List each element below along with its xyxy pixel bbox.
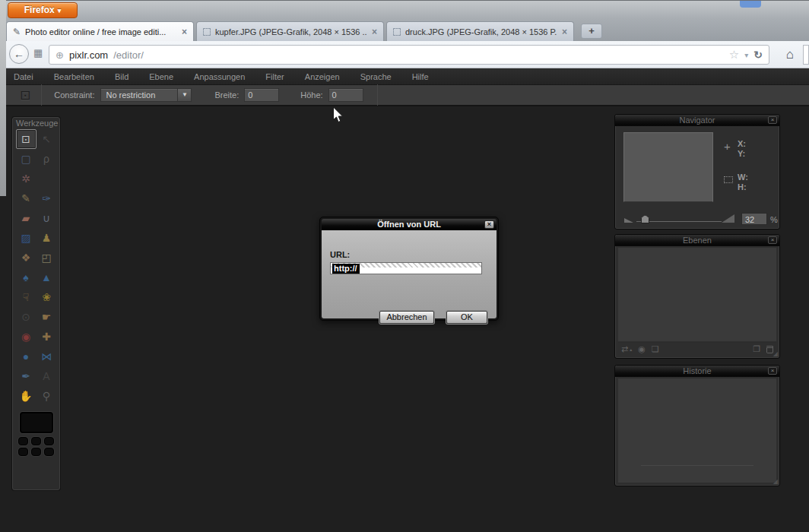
tab-close-icon[interactable]: × (372, 27, 377, 37)
menu-item-sprache[interactable]: Sprache (360, 72, 392, 81)
menu-item-filter[interactable]: Filter (265, 72, 284, 81)
constraint-select[interactable]: No restriction ▼ (100, 88, 192, 102)
history-panel-title[interactable]: Historie × (615, 366, 779, 377)
library-icon[interactable]: ▦ (33, 47, 43, 59)
color-swatch[interactable] (31, 448, 41, 456)
close-icon[interactable]: × (768, 116, 777, 124)
zoom-percent-input[interactable]: 32 (741, 213, 767, 225)
zoom-tool[interactable]: ⚲ (36, 386, 57, 406)
close-icon[interactable]: × (484, 220, 494, 229)
color-replace-tool[interactable]: ❖ (16, 248, 36, 268)
hand-tool[interactable]: ✋ (16, 386, 36, 406)
zoom-in-wedge[interactable] (722, 214, 734, 223)
close-icon[interactable]: × (768, 236, 777, 244)
delete-layer-icon[interactable] (766, 346, 773, 353)
resize-grip-icon[interactable]: ◢ (773, 478, 778, 485)
pencil-tool[interactable]: ✎ (16, 188, 36, 208)
color-swatch-main[interactable] (20, 412, 53, 433)
url-bar[interactable]: ⊕ pixlr.com /editor/ ☆ ▾ ↻ (49, 45, 769, 65)
crop-tool[interactable]: ⊡ (16, 129, 36, 149)
desktop-edge (0, 0, 6, 196)
close-icon[interactable]: × (768, 367, 777, 375)
width-label: Breite: (214, 90, 239, 100)
marquee-tool[interactable]: ▢ (16, 149, 36, 169)
color-swatch[interactable] (18, 437, 28, 445)
red-eye-tool[interactable]: ◉ (16, 327, 36, 347)
clone-stamp-tool[interactable]: ♟ (36, 228, 57, 248)
url-field[interactable]: http:// (330, 262, 482, 274)
color-swatch[interactable] (44, 437, 54, 445)
back-button[interactable]: ← (9, 44, 29, 64)
dialog-title: Öffnen von URL (377, 220, 441, 229)
smudge-tool[interactable]: ☟ (16, 287, 36, 307)
chevron-down-icon[interactable]: ▼ (177, 89, 191, 101)
navigator-panel-title[interactable]: Navigator × (615, 115, 779, 126)
w-label: W: (738, 173, 748, 182)
menu-item-anpassungen[interactable]: Anpassungen (194, 72, 245, 81)
draw-tool[interactable]: ◰ (36, 248, 57, 268)
layer-settings-icon[interactable]: ⇄ (621, 344, 628, 354)
move-tool[interactable]: ↖ (36, 129, 57, 149)
browser-tab-3[interactable]: druck.JPG (JPEG-Grafik, 2048 × 1536 P...… (386, 21, 574, 41)
dodge-tool[interactable]: ⊙ (16, 307, 36, 327)
y-label: Y: (738, 149, 745, 158)
tab-close-icon[interactable]: × (562, 27, 567, 37)
firefox-menu-button[interactable]: Firefox▾ (8, 2, 78, 18)
gradient-tool[interactable]: ▨ (16, 228, 36, 248)
wand-tool[interactable]: ✲ (16, 169, 36, 188)
dialog-titlebar[interactable]: Öffnen von URL × (322, 219, 497, 230)
constraint-value: No restriction (106, 90, 155, 100)
layer-styles-icon[interactable]: ❏ (652, 344, 659, 354)
color-swatch[interactable] (18, 448, 28, 456)
sponge-tool[interactable]: ❀ (36, 287, 57, 307)
tab-strip: ✎Photo editor online / free image editi.… (6, 21, 576, 41)
lasso-tool[interactable]: ρ (36, 149, 57, 169)
brush-tool[interactable]: ✑ (36, 188, 57, 208)
browser-tab-2[interactable]: kupfer.JPG (JPEG-Grafik, 2048 × 1536 ...… (196, 21, 384, 41)
chevron-down-icon: ▾ (58, 7, 62, 14)
type-tool[interactable]: A (36, 366, 57, 386)
pinch-tool[interactable]: ⋈ (36, 347, 57, 366)
heal-tool[interactable]: ✚ (36, 327, 57, 347)
bookmark-star-icon[interactable]: ☆ (729, 48, 739, 62)
color-swatch[interactable] (44, 448, 54, 456)
menu-item-anzeigen[interactable]: Anzeigen (305, 72, 340, 81)
browser-tab-1[interactable]: ✎Photo editor online / free image editi.… (6, 21, 194, 41)
menu-item-ebene[interactable]: Ebene (149, 72, 173, 81)
bloat-tool-icon: ● (23, 350, 29, 363)
layer-settings-arrow-icon[interactable]: ▴ (630, 347, 632, 352)
ok-button[interactable]: OK (446, 311, 487, 324)
width-input[interactable]: 0 (244, 88, 279, 102)
burn-tool[interactable]: ☛ (36, 307, 57, 327)
height-input[interactable]: 0 (328, 88, 363, 102)
menu-item-hilfe[interactable]: Hilfe (412, 72, 429, 81)
resize-grip-icon[interactable]: ◢ (773, 350, 778, 357)
cancel-button[interactable]: Abbrechen (379, 311, 434, 324)
sharpen-tool[interactable]: ▲ (36, 268, 57, 287)
bucket-tool[interactable]: ∪ (36, 208, 57, 228)
colorpicker-tool[interactable]: ✒ (16, 366, 36, 386)
home-button[interactable]: ⌂ (780, 45, 800, 65)
new-tab-button[interactable]: + (581, 24, 602, 39)
blur-tool[interactable]: ♠ (16, 268, 36, 287)
zoom-slider-thumb[interactable] (641, 215, 649, 223)
history-panel: Historie × ◢ (614, 365, 780, 486)
eraser-tool[interactable]: ▰ (16, 208, 36, 228)
new-layer-icon[interactable]: ❐ (753, 344, 760, 354)
image-favicon (393, 28, 401, 36)
zoom-out-wedge[interactable] (624, 218, 633, 223)
bloat-tool[interactable]: ● (16, 347, 36, 366)
layers-panel-title[interactable]: Ebenen × (615, 235, 779, 246)
menu-item-datei[interactable]: Datei (14, 72, 33, 81)
reload-icon[interactable]: ↻ (753, 49, 763, 61)
colorpicker-tool-icon: ✒ (21, 370, 30, 382)
menu-item-bearbeiten[interactable]: Bearbeiten (54, 72, 94, 81)
url-dropdown-icon[interactable]: ▾ (744, 51, 748, 59)
color-swatch[interactable] (31, 437, 41, 445)
tab-close-icon[interactable]: × (182, 27, 187, 37)
search-box-edge[interactable] (803, 45, 809, 65)
menu-item-bild[interactable]: Bild (115, 72, 128, 81)
layer-mask-icon[interactable]: ◉ (638, 344, 646, 354)
navigator-preview[interactable] (623, 132, 713, 202)
color-swatch-presets (18, 437, 54, 456)
